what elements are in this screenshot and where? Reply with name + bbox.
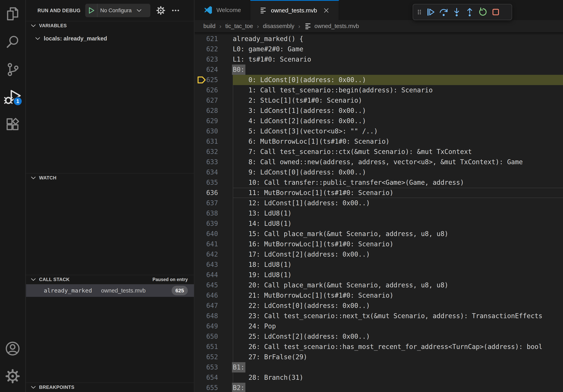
activity-bar-item-settings-gear[interactable]: [0, 362, 26, 390]
stop-button[interactable]: [489, 5, 502, 19]
line-number[interactable]: 649: [195, 321, 218, 331]
watch-section-header[interactable]: WATCH: [26, 173, 194, 182]
code-text[interactable]: already_marked() {: [233, 34, 563, 44]
code-text[interactable]: B1:: [233, 362, 563, 372]
line-number[interactable]: 642: [195, 249, 218, 260]
line-number[interactable]: 634: [195, 167, 218, 177]
code-text[interactable]: 14: LdU8(1): [233, 219, 563, 229]
line-number[interactable]: 627: [195, 95, 218, 105]
line-number[interactable]: 646: [195, 290, 218, 301]
line-number[interactable]: 638: [195, 208, 218, 219]
line-number[interactable]: 622: [195, 44, 218, 54]
code-text[interactable]: 24: Pop: [233, 321, 563, 331]
line-number[interactable]: 653: [195, 362, 218, 372]
line-number[interactable]: 652: [195, 352, 218, 362]
tab-welcome[interactable]: Welcome: [195, 0, 250, 20]
code-text[interactable]: 23: Call test_scenario::next_tx(&mut Sce…: [233, 311, 563, 321]
code-text[interactable]: 2: StLoc[1](ts#1#0: Scenario): [233, 95, 563, 105]
code-text[interactable]: 11: MutBorrowLoc[1](ts#1#0: Scenario): [233, 188, 563, 198]
line-number[interactable]: 640: [195, 229, 218, 239]
activity-bar-item-extensions[interactable]: [0, 111, 26, 138]
code-text[interactable]: 27: BrFalse(29): [233, 352, 563, 362]
debug-configuration-dropdown[interactable]: No Configura: [85, 4, 150, 17]
code-text[interactable]: 22: LdConst[0](address: 0x00..): [233, 301, 563, 311]
debug-settings-gear-icon[interactable]: [156, 6, 165, 15]
breakpoints-section-header[interactable]: BREAKPOINTS: [26, 382, 194, 392]
breadcrumb-item[interactable]: disassembly: [263, 23, 294, 29]
code-text[interactable]: 15: Call place_mark(&mut Scenario, addre…: [233, 229, 563, 239]
more-actions-icon[interactable]: [171, 6, 180, 15]
code-text[interactable]: 13: LdU8(1): [233, 208, 563, 219]
code-text[interactable]: 3: LdConst[1](address: 0x00..): [233, 105, 563, 116]
start-debug-icon[interactable]: [85, 4, 97, 17]
line-number[interactable]: 648: [195, 311, 218, 321]
line-number[interactable]: 641: [195, 239, 218, 249]
line-number[interactable]: 654: [195, 372, 218, 383]
activity-bar-item-explorer[interactable]: [0, 0, 26, 28]
code-text[interactable]: L0: game#2#0: Game: [233, 44, 563, 54]
line-number[interactable]: 644: [195, 270, 218, 280]
code-text[interactable]: 28: Branch(31): [233, 372, 563, 383]
step-into-button[interactable]: [450, 5, 463, 19]
tab-owned-tests-mvb[interactable]: owned_tests.mvb: [250, 0, 339, 20]
line-number[interactable]: 651: [195, 342, 218, 352]
line-number[interactable]: 632: [195, 147, 218, 157]
code-text[interactable]: 20: Call place_mark(&mut Scenario, addre…: [233, 280, 563, 290]
code-text[interactable]: 7: Call test_scenario::ctx(&mut Scenario…: [233, 147, 563, 157]
line-number[interactable]: 630: [195, 126, 218, 136]
line-number[interactable]: 633: [195, 157, 218, 167]
breadcrumb-item[interactable]: build: [203, 23, 215, 29]
code-text[interactable]: B2:: [233, 383, 563, 392]
code-text[interactable]: 0: LdConst[0](address: 0x00..): [233, 75, 563, 85]
code-text[interactable]: 8: Call owned::new(address, address, vec…: [233, 157, 563, 167]
line-number[interactable]: 629: [195, 116, 218, 126]
line-number[interactable]: 628: [195, 105, 218, 116]
activity-bar-item-search[interactable]: [0, 28, 26, 55]
code-text[interactable]: L1: ts#1#0: Scenario: [233, 54, 563, 65]
breadcrumb-item[interactable]: tic_tac_toe: [225, 23, 253, 29]
breadcrumb-item-file[interactable]: owned_tests.mvb: [304, 23, 359, 30]
gripper-icon[interactable]: [415, 5, 424, 19]
code-text[interactable]: 9: LdConst[0](address: 0x00..): [233, 167, 563, 177]
code-text[interactable]: 10: Call transfer::public_transfer<Game>…: [233, 177, 563, 188]
line-number[interactable]: 655: [195, 383, 218, 392]
restart-button[interactable]: [476, 5, 489, 19]
code-text[interactable]: 1: Call test_scenario::begin(address): S…: [233, 85, 563, 95]
code-text[interactable]: 25: LdConst[2](address: 0x00..): [233, 331, 563, 342]
line-number[interactable]: 643: [195, 260, 218, 270]
line-number[interactable]: 624: [195, 65, 218, 75]
line-number[interactable]: 647: [195, 301, 218, 311]
line-number[interactable]: 623: [195, 54, 218, 65]
code-text[interactable]: 19: LdU8(1): [233, 270, 563, 280]
code-text[interactable]: 17: LdConst[2](address: 0x00..): [233, 249, 563, 260]
line-number[interactable]: 639: [195, 219, 218, 229]
code-text[interactable]: 4: LdConst[2](address: 0x00..): [233, 116, 563, 126]
line-number[interactable]: 637: [195, 198, 218, 208]
close-icon[interactable]: [323, 7, 330, 14]
activity-bar-item-account[interactable]: [0, 335, 26, 362]
line-number[interactable]: 635: [195, 177, 218, 188]
line-number[interactable]: 631: [195, 136, 218, 147]
line-number[interactable]: 621: [195, 34, 218, 44]
step-out-button[interactable]: [463, 5, 476, 19]
line-number[interactable]: 645: [195, 280, 218, 290]
activity-bar-item-source-control[interactable]: [0, 55, 26, 83]
call-stack-section-header[interactable]: CALL STACK Paused on entry: [26, 275, 194, 284]
continue-button[interactable]: [424, 5, 437, 19]
line-number[interactable]: 626: [195, 85, 218, 95]
code-text[interactable]: 21: MutBorrowLoc[1](ts#1#0: Scenario): [233, 290, 563, 301]
variables-locals-row[interactable]: locals: already_marked: [26, 33, 194, 44]
code-text[interactable]: B0:: [233, 65, 563, 75]
code-text[interactable]: 5: LdConst[3](vector<u8>: "" /..): [233, 126, 563, 136]
variables-section-header[interactable]: VARIABLES: [26, 21, 194, 30]
code-text[interactable]: 12: LdConst[1](address: 0x00..): [233, 198, 563, 208]
line-number[interactable]: 636: [195, 188, 218, 198]
code-text[interactable]: 6: MutBorrowLoc[1](ts#1#0: Scenario): [233, 136, 563, 147]
activity-bar-item-run-and-debug[interactable]: 1: [0, 83, 26, 111]
call-stack-frame[interactable]: already_markedowned_tests.mvb625: [26, 284, 194, 297]
line-number[interactable]: 650: [195, 331, 218, 342]
code-text[interactable]: 26: Call test_scenario::has_most_recent_…: [233, 342, 563, 352]
code-text[interactable]: 16: MutBorrowLoc[1](ts#1#0: Scenario): [233, 239, 563, 249]
step-over-button[interactable]: [437, 5, 450, 19]
code-text[interactable]: 18: LdU8(1): [233, 260, 563, 270]
